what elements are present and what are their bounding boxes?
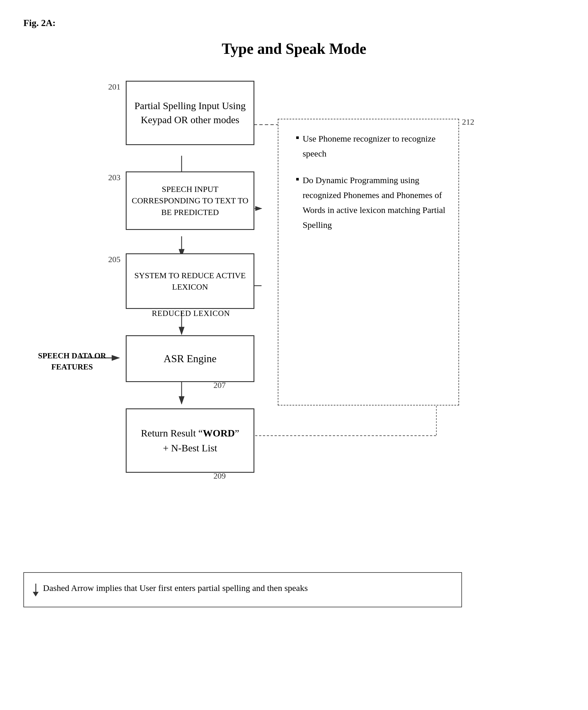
label-203: 203 — [108, 173, 120, 182]
label-207: 207 — [214, 381, 226, 390]
speech-data-label: SPEECH DATA OR FEATURES — [38, 351, 106, 373]
footnote-text: Dashed Arrow implies that User first ent… — [43, 583, 308, 593]
label-201: 201 — [108, 82, 120, 92]
reduced-lexicon-label: REDUCED LEXICON — [127, 309, 255, 318]
label-209: 209 — [214, 471, 226, 481]
page-title: Type and Speak Mode — [23, 40, 565, 57]
box-207: ASR Engine — [126, 335, 254, 382]
box-203: SPEECH INPUT CORRESPONDING TO TEXT TO BE… — [126, 171, 254, 230]
label-212: 212 — [462, 117, 474, 127]
label-205: 205 — [108, 255, 120, 264]
footnote-box: Dashed Arrow implies that User first ent… — [23, 572, 462, 607]
box-209: Return Result “WORD” + N-Best List — [126, 408, 254, 473]
box-205: SYSTEM TO REDUCE ACTIVE LEXICON — [126, 253, 254, 309]
box-212: ■ Use Phoneme recognizer to recognize sp… — [278, 119, 459, 405]
fig-label: Fig. 2A: — [23, 18, 565, 28]
box-201: Partial Spelling Input Using Keypad OR o… — [126, 81, 254, 145]
